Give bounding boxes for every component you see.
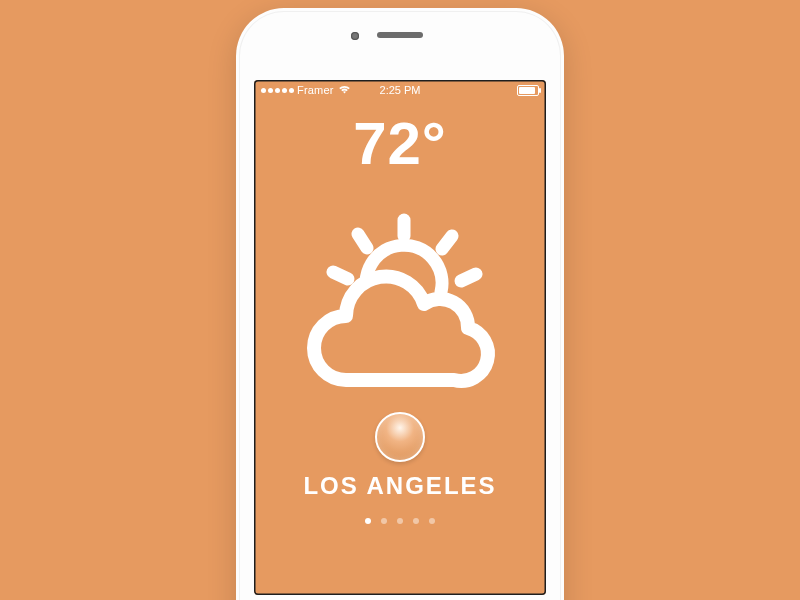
page-indicator-dot[interactable] bbox=[365, 518, 371, 524]
phone-screen: Framer 2:25 PM 72° bbox=[254, 80, 546, 595]
signal-strength-icon bbox=[261, 88, 294, 93]
svg-line-3 bbox=[333, 272, 348, 279]
page-indicator-dot[interactable] bbox=[381, 518, 387, 524]
refresh-button[interactable] bbox=[375, 412, 425, 462]
svg-line-2 bbox=[442, 236, 452, 249]
weather-app: 72° bbox=[254, 100, 546, 595]
status-bar: Framer 2:25 PM bbox=[254, 80, 546, 100]
svg-line-1 bbox=[358, 234, 367, 248]
wifi-icon bbox=[338, 84, 351, 96]
city-label: LOS ANGELES bbox=[303, 472, 496, 500]
svg-line-4 bbox=[461, 274, 476, 281]
phone-camera bbox=[351, 32, 359, 40]
battery-icon bbox=[517, 85, 539, 96]
phone-device-frame: Framer 2:25 PM 72° bbox=[236, 8, 564, 600]
page-indicator-dot[interactable] bbox=[397, 518, 403, 524]
clock-label: 2:25 PM bbox=[380, 84, 421, 96]
page-indicator-dot[interactable] bbox=[413, 518, 419, 524]
page-indicator-dot[interactable] bbox=[429, 518, 435, 524]
page-indicator[interactable] bbox=[365, 518, 435, 524]
temperature-value: 72° bbox=[353, 114, 447, 174]
carrier-label: Framer bbox=[297, 84, 334, 96]
partly-cloudy-icon bbox=[300, 212, 500, 406]
phone-speaker bbox=[377, 32, 423, 38]
